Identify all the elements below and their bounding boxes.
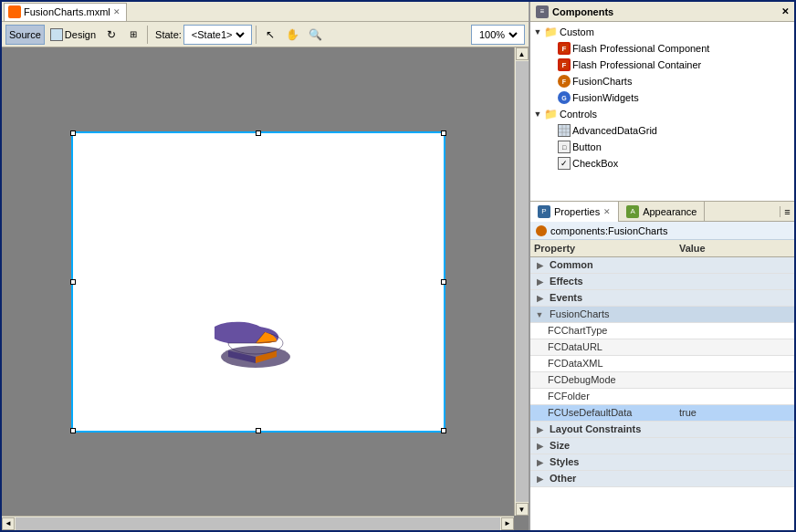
expand-common[interactable]: ▶: [534, 260, 545, 271]
label-fcdebugmode: FCDebugMode: [548, 374, 616, 385]
expand-styles[interactable]: ▶: [534, 457, 545, 468]
checkbox-icon: ✓: [558, 157, 571, 170]
row-common[interactable]: ▶ Common: [530, 256, 794, 273]
row-fcusedefaultdata[interactable]: FCUseDefaultData true: [530, 404, 794, 421]
tab-appearance[interactable]: A Appearance: [619, 202, 705, 222]
props-header-row: Property Value: [530, 240, 794, 256]
row-fcfolder[interactable]: FCFolder: [530, 388, 794, 404]
resize-handle-br[interactable]: [441, 428, 446, 433]
tree-item-advanceddatagrid[interactable]: ▶ AdvancedDataGrid: [530, 122, 794, 139]
flash-container-icon: F: [558, 58, 571, 71]
canvas-content[interactable]: [71, 131, 445, 433]
refresh-button[interactable]: ↻: [101, 25, 121, 45]
pan-tool[interactable]: ✋: [282, 25, 303, 45]
expand-other[interactable]: ▶: [534, 474, 545, 485]
scroll-down-btn[interactable]: ▼: [516, 503, 529, 516]
row-size[interactable]: ▶ Size: [530, 437, 794, 454]
row-fcdebugmode[interactable]: FCDebugMode: [530, 371, 794, 388]
tree-item-flash-container[interactable]: ▶ F Flash Professional Container: [530, 57, 794, 73]
props-table-element: Property Value ▶ Common: [530, 240, 794, 487]
component-instance-icon: [536, 225, 547, 236]
expand-controls[interactable]: ▼: [532, 106, 543, 122]
resize-handle-bl[interactable]: [70, 428, 76, 433]
tree-item-flash-component[interactable]: ▶ F Flash Professional Component: [530, 40, 794, 57]
svg-text:F: F: [562, 45, 567, 53]
tree-label-custom: Custom: [560, 26, 594, 37]
tree-label-button: Button: [572, 141, 602, 152]
source-label: Source: [9, 29, 41, 40]
resize-handle-tm[interactable]: [256, 130, 261, 136]
component-tree: ▼ 📁 Custom ▶ F Flash Professional Compon…: [530, 22, 794, 201]
tree-label-advanceddatagrid: AdvancedDataGrid: [572, 125, 657, 136]
folder-icon-custom: 📁: [543, 25, 558, 39]
tree-item-fusionwidgets[interactable]: ▶ G FusionWidgets: [530, 89, 794, 106]
row-other[interactable]: ▶ Other: [530, 470, 794, 486]
pan-icon: ✋: [286, 28, 299, 41]
properties-tab-icon: P: [538, 205, 550, 218]
components-panel-header: ≡ Components ✕: [530, 2, 794, 22]
resize-handle-ml[interactable]: [70, 279, 76, 285]
row-fcdataxml[interactable]: FCDataXML: [530, 355, 794, 371]
scroll-up-btn[interactable]: ▲: [516, 47, 529, 60]
row-fusioncharts-section[interactable]: ▼ FusionCharts: [530, 306, 794, 322]
something-button[interactable]: ⊞: [123, 25, 143, 45]
row-styles[interactable]: ▶ Styles: [530, 454, 794, 470]
row-events[interactable]: ▶ Events: [530, 289, 794, 306]
zoom-icon: 🔍: [309, 28, 322, 41]
expand-events[interactable]: ▶: [534, 293, 545, 304]
state-select[interactable]: <State1>: [188, 28, 247, 41]
fusionwidgets-icon: G: [558, 91, 571, 104]
file-icon: [8, 5, 21, 18]
col-header-value: Value: [676, 240, 794, 256]
horizontal-scrollbar[interactable]: ◄ ►: [2, 516, 514, 530]
tree-item-checkbox[interactable]: ▶ ✓ CheckBox: [530, 155, 794, 172]
components-panel-close[interactable]: ✕: [781, 6, 789, 16]
label-other: Other: [550, 473, 576, 484]
tree-label-flash-component: Flash Professional Component: [572, 43, 709, 54]
expand-layout[interactable]: ▶: [534, 424, 545, 435]
tab-close-icon[interactable]: ✕: [113, 7, 120, 16]
expand-fusioncharts-props[interactable]: ▼: [534, 309, 545, 320]
zoom-tool[interactable]: 🔍: [305, 25, 326, 45]
resize-handle-tl[interactable]: [70, 130, 76, 136]
tab-properties-label: Properties: [554, 206, 600, 217]
row-fccharttype[interactable]: FCChartType: [530, 322, 794, 339]
resize-handle-bm[interactable]: [256, 428, 261, 433]
tree-item-controls[interactable]: ▼ 📁 Controls: [530, 106, 794, 122]
tab-properties[interactable]: P Properties ✕: [530, 202, 619, 222]
scroll-right-btn[interactable]: ►: [501, 517, 514, 530]
arrow-tool[interactable]: ↖: [260, 25, 280, 45]
tree-label-controls: Controls: [560, 109, 597, 120]
zoom-dropdown[interactable]: 100% 50% 200%: [471, 25, 525, 45]
source-button[interactable]: Source: [5, 25, 45, 45]
tree-item-custom[interactable]: ▼ 📁 Custom: [530, 24, 794, 40]
tree-item-fusioncharts[interactable]: ▶ F FusionCharts: [530, 73, 794, 89]
design-button-icon: [50, 28, 63, 41]
editor-toolbar: Source Design ↻ ⊞ State: <State1>: [2, 22, 529, 47]
grid-icon: ⊞: [130, 29, 137, 39]
scroll-left-btn[interactable]: ◄: [2, 517, 15, 530]
zoom-select[interactable]: 100% 50% 200%: [476, 28, 520, 41]
expand-custom[interactable]: ▼: [532, 24, 543, 40]
tree-item-button[interactable]: ▶ □ Button: [530, 139, 794, 155]
row-layout-constraints[interactable]: ▶ Layout Constraints: [530, 421, 794, 437]
tab-properties-close[interactable]: ✕: [603, 207, 611, 216]
resize-handle-mr[interactable]: [441, 279, 446, 285]
folder-icon-controls: 📁: [543, 107, 558, 121]
state-dropdown[interactable]: <State1>: [183, 25, 252, 45]
scroll-thumb-h[interactable]: [16, 517, 500, 530]
properties-panel-menu[interactable]: ≡: [780, 206, 794, 217]
expand-size[interactable]: ▶: [534, 441, 545, 452]
resize-handle-tr[interactable]: [441, 130, 446, 136]
design-button[interactable]: Design: [47, 25, 100, 45]
label-fcdataxml: FCDataXML: [548, 358, 603, 369]
editor-tab-label: FusionCharts.mxml: [24, 6, 110, 17]
row-effects[interactable]: ▶ Effects: [530, 273, 794, 289]
scroll-thumb-v[interactable]: [516, 61, 529, 502]
props-tbody: ▶ Common ▶ Effects: [530, 256, 794, 486]
editor-tab-fusioncharts[interactable]: FusionCharts.mxml ✕: [4, 3, 127, 21]
vertical-scrollbar[interactable]: ▲ ▼: [514, 47, 529, 516]
expand-effects[interactable]: ▶: [534, 276, 545, 287]
row-fcdataurl[interactable]: FCDataURL: [530, 339, 794, 355]
advanceddatagrid-icon: [558, 124, 571, 137]
